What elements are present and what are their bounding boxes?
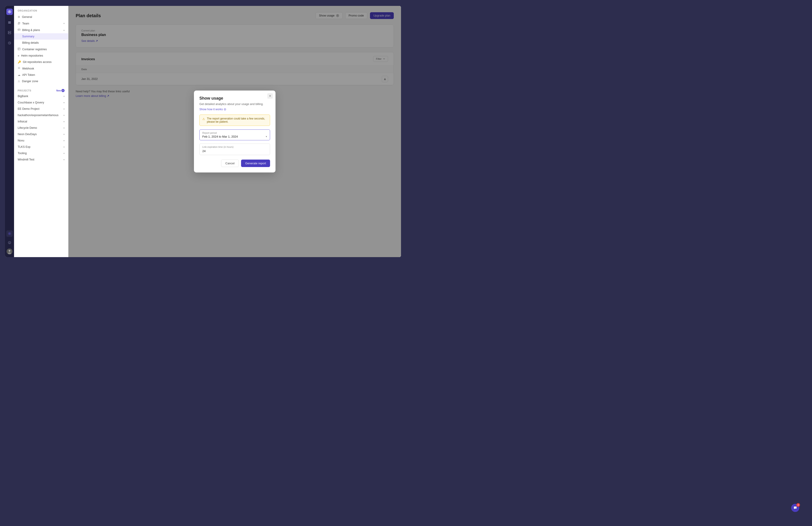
modal-overlay[interactable]: ✕ Show usage Get detailed analytics abou… [69, 6, 401, 257]
project-windmill-test[interactable]: Windmill Test ▾ [14, 156, 68, 163]
report-period-dropdown[interactable]: Report period Feb 1, 2024 to Mar 1, 2024… [199, 130, 270, 140]
modal-close-button[interactable]: ✕ [267, 93, 273, 99]
sidebar-billing-label: Billing & plans [22, 29, 40, 32]
git-icon: 🔑 [18, 60, 21, 64]
sidebar-item-general[interactable]: ⚙ General [14, 14, 68, 20]
svg-rect-17 [18, 29, 20, 31]
sidebar-item-container-registries[interactable]: Container registries [14, 46, 68, 52]
sidebar-danger-label: Danger zone [22, 80, 38, 83]
project-label: Infisical [18, 120, 27, 123]
project-neon-devdays[interactable]: Neon DevDays ▾ [14, 131, 68, 137]
settings-nav-icon[interactable] [6, 230, 13, 237]
project-label: EE Demo Project [18, 107, 40, 110]
project-couchbase[interactable]: Couchbase x Qovery ▾ [14, 99, 68, 106]
sidebar-item-danger-zone[interactable]: ⚠ Danger zone [14, 78, 68, 85]
projects-section: PROJECTS New + [14, 87, 68, 93]
chevron-down-icon: ▾ [63, 133, 64, 136]
project-lifecycle-demo[interactable]: Lifecycle Demo ▾ [14, 125, 68, 131]
project-infisical[interactable]: Infisical ▾ [14, 118, 68, 125]
sidebar-item-billing[interactable]: Billing & plans ▴ [14, 27, 68, 33]
chevron-down-icon: ▾ [63, 159, 64, 161]
svg-rect-3 [8, 23, 11, 24]
project-ee-demo[interactable]: EE Demo Project ▾ [14, 106, 68, 112]
layers-icon[interactable] [6, 19, 13, 25]
info-nav-icon[interactable] [6, 239, 13, 246]
how-it-works-link[interactable]: Show how it works [199, 108, 226, 111]
danger-icon: ⚠ [18, 80, 20, 83]
history-icon[interactable] [6, 40, 13, 46]
webhook-icon [18, 67, 20, 70]
chevron-down-icon: ▾ [63, 95, 64, 97]
chevron-down-icon: ▾ [63, 101, 64, 104]
helm-icon: ⎈ [18, 54, 19, 57]
plus-icon: + [61, 89, 64, 92]
general-icon: ⚙ [18, 15, 20, 18]
project-label: Lifecycle Demo [18, 126, 37, 130]
project-hackathon[interactable]: hackathon/exposemelamfamous ▾ [14, 112, 68, 118]
sidebar-api-label: API Token [22, 73, 35, 76]
project-tlks-exp[interactable]: TLKS Exp ▾ [14, 144, 68, 150]
container-icon [18, 47, 20, 51]
chevron-down-icon: ▾ [63, 139, 64, 142]
sidebar-item-summary[interactable]: Summary [14, 33, 68, 40]
sidebar-item-api-token[interactable]: ☁ API Token [14, 72, 68, 78]
generate-report-button[interactable]: Generate report [241, 160, 270, 167]
sidebar-billing-details-label: Billing details [22, 41, 39, 44]
api-icon: ☁ [18, 73, 20, 76]
project-novu[interactable]: Novu ▾ [14, 137, 68, 144]
sidebar-item-team[interactable]: Team ▾ [14, 20, 68, 27]
modal-title: Show usage [199, 96, 270, 101]
app-logo[interactable] [6, 9, 13, 15]
project-label: TLKS Exp [18, 145, 30, 149]
sidebar-team-label: Team [22, 22, 29, 25]
link-expiry-input[interactable] [202, 149, 267, 153]
chevron-down-icon: ▾ [63, 152, 64, 154]
show-usage-modal: ✕ Show usage Get detailed analytics abou… [194, 91, 276, 172]
svg-point-15 [18, 24, 19, 25]
project-label: BigBank [18, 95, 28, 98]
sidebar-container-label: Container registries [22, 48, 47, 51]
svg-point-6 [9, 32, 9, 32]
cancel-button[interactable]: Cancel [221, 160, 239, 167]
chevron-down-icon: ▾ [63, 146, 64, 148]
org-section-label: ORGANIZATION [14, 10, 68, 14]
project-label: Neon DevDays [18, 133, 37, 136]
svg-rect-19 [18, 48, 20, 50]
report-period-label: Report period [202, 132, 267, 134]
billing-chevron: ▴ [63, 29, 64, 31]
modal-subtitle: Get detailed analytics about your usage … [199, 103, 270, 106]
report-period-field: Report period Feb 1, 2024 to Mar 1, 2024… [199, 130, 270, 140]
team-icon [18, 22, 20, 25]
team-chevron: ▾ [63, 22, 64, 25]
svg-rect-1 [8, 21, 11, 22]
sidebar-item-helm[interactable]: ⎈ Helm repositories [14, 52, 68, 59]
project-bigbank[interactable]: BigBank ▾ [14, 93, 68, 99]
report-period-value: Feb 1, 2024 to Mar 1, 2024 ▾ [202, 135, 267, 138]
project-label: Novu [18, 139, 24, 142]
project-tooling[interactable]: Tooling ▾ [14, 150, 68, 156]
user-avatar[interactable] [6, 249, 13, 254]
svg-point-0 [9, 11, 10, 13]
main-content: Plan details Show usage ? Promo code Upg… [69, 6, 401, 257]
chevron-down-icon: ▾ [63, 108, 64, 110]
svg-point-12 [9, 250, 11, 252]
modal-actions: Cancel Generate report [199, 160, 270, 167]
server-icon[interactable] [6, 29, 13, 36]
sidebar-item-git[interactable]: 🔑 Git repositories access [14, 59, 68, 65]
new-project-button[interactable]: New + [56, 89, 64, 92]
sidebar-item-webhook[interactable]: Webhook [14, 65, 68, 72]
sidebar-helm-label: Helm repositories [21, 54, 43, 57]
period-chevron-icon: ▾ [266, 135, 267, 138]
svg-rect-2 [8, 22, 11, 23]
icon-bar [5, 6, 14, 257]
warning-text: The report generation could take a few s… [207, 117, 267, 123]
link-expiry-label: Link expiration time (in hours) [202, 146, 267, 148]
billing-icon [18, 28, 20, 32]
sidebar-git-label: Git repositories access [23, 60, 52, 64]
projects-label: PROJECTS [18, 89, 31, 92]
project-label: Couchbase x Qovery [18, 101, 44, 104]
link-expiry-group: Link expiration time (in hours) [199, 144, 270, 155]
svg-point-7 [9, 33, 9, 34]
sidebar-item-billing-details[interactable]: Billing details [14, 40, 68, 46]
svg-point-9 [9, 233, 10, 234]
